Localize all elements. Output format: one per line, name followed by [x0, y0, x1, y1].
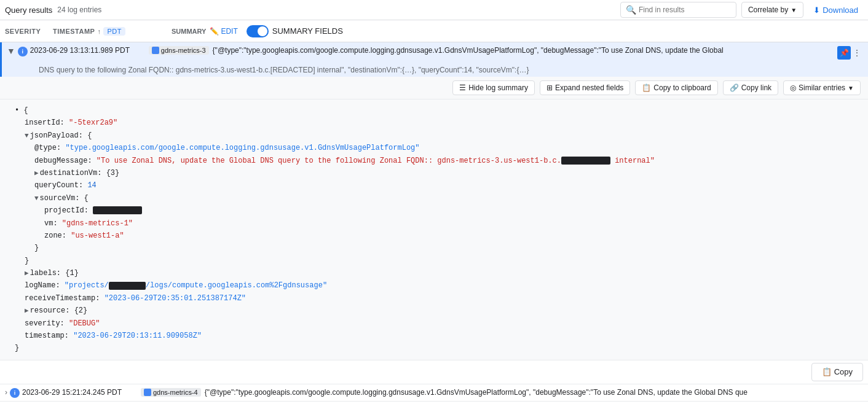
log-entries-badge: 24 log entries — [57, 6, 101, 14]
collapse-chevron-icon[interactable]: ▼ — [7, 46, 15, 56]
json-payload-arrow[interactable]: ▼ — [25, 132, 29, 139]
expand-nested-icon: ⊞ — [546, 84, 553, 92]
json-projectId: projectId: — [15, 204, 858, 217]
similar-entries-chevron-icon: ▼ — [848, 85, 854, 91]
json-timestamp: timestamp: "2023-06-29T20:13:11.909058Z" — [15, 330, 858, 342]
summary-fields-switch[interactable] — [247, 25, 269, 37]
json-labels: ▶labels: {1} — [15, 267, 858, 279]
copy-link-label: Copy link — [741, 84, 771, 92]
severity-column-header[interactable]: SEVERITY — [5, 28, 48, 35]
download-label: Download — [823, 6, 858, 15]
top-bar-left: Query results 24 log entries — [5, 6, 615, 15]
copy-link-icon: 🔗 — [730, 84, 739, 92]
hide-log-summary-label: Hide log summary — [468, 84, 528, 92]
json-logName: logName: "projects//logs/compute.googlea… — [15, 279, 858, 292]
pdt-badge[interactable]: PDT — [103, 27, 125, 36]
copy-icon: 📋 — [822, 367, 832, 376]
json-receiveTimestamp: receiveTimestamp: "2023-06-29T20:35:01.2… — [15, 292, 858, 305]
top-bar: Query results 24 log entries 🔍 Correlate… — [0, 0, 868, 20]
json-jsonPayload-close: } — [15, 255, 858, 267]
chevron-down-icon: ▼ — [791, 7, 797, 14]
json-vm: vm: "gdns-metrics-1" — [15, 217, 858, 230]
query-results-label: Query results — [5, 6, 52, 15]
find-in-results-container: 🔍 — [620, 2, 736, 18]
entry-source-tag: gdns-metrics-4 — [141, 388, 201, 397]
json-root-close: } — [15, 342, 858, 354]
entry-summary-text: {"@type":"type.googleapis.com/google.com… — [205, 388, 863, 397]
summary-fields-label: Summary fields — [272, 26, 343, 36]
similar-entries-icon: ◎ — [790, 84, 796, 92]
log-entry-row[interactable]: › i 2023-06-29 15:21:24.245 PDT gdns-met… — [0, 402, 868, 404]
sort-arrow-icon: ↑ — [97, 28, 101, 35]
summary-fields-toggle: Summary fields — [247, 25, 343, 37]
copy-button[interactable]: 📋 Copy — [811, 363, 863, 381]
search-icon: 🔍 — [626, 5, 636, 15]
expand-nested-label: Expand nested fields — [555, 84, 623, 92]
second-bar: SEVERITY TIMESTAMP ↑ PDT SUMMARY ✏️ EDIT… — [0, 20, 868, 42]
copy-toolbar: 📋 Copy — [0, 360, 868, 384]
expand-nested-fields-button[interactable]: ⊞ Expand nested fields — [540, 80, 630, 95]
expanded-entry-header[interactable]: ▼ i 2023-06-29 13:13:11.989 PDT gdns-met… — [0, 42, 868, 64]
copy-label: Copy — [834, 367, 853, 376]
json-debugMessage: debugMessage: "To use Zonal DNS, update … — [15, 155, 858, 167]
download-button[interactable]: ⬇ Download — [808, 3, 863, 17]
similar-entries-label: Similar entries — [799, 84, 845, 92]
copy-to-clipboard-button[interactable]: 📋 Copy to clipboard — [635, 80, 717, 95]
entry-timestamp: 2023-06-29 15:21:24.245 PDT — [22, 388, 136, 397]
expand-chevron-icon: › — [5, 388, 7, 397]
json-severity: severity: "DEBUG" — [15, 317, 858, 330]
json-destinationVm: ▶destinationVm: {3} — [15, 167, 858, 179]
expanded-summary-text: {"@type":"type.googleapis.com/google.com… — [213, 46, 835, 55]
json-jsonPayload-open: ▼jsonPayload: { — [15, 130, 858, 142]
summary-column-header: SUMMARY ✏️ EDIT Summary fields — [172, 25, 343, 37]
json-content: • { insertId: "-5texr2a9" ▼jsonPayload: … — [0, 99, 868, 360]
edit-button[interactable]: ✏️ EDIT — [210, 27, 237, 36]
log-entry-row[interactable]: › i 2023-06-29 15:21:24.245 PDT gdns-met… — [0, 384, 868, 402]
collapsed-entries-list: › i 2023-06-29 15:21:24.245 PDT gdns-met… — [0, 384, 868, 404]
json-zone: zone: "us-west1-a" — [15, 230, 858, 242]
edit-icon: ✏️ — [210, 27, 219, 36]
copy-clipboard-icon: 📋 — [642, 84, 651, 92]
entry-source-label: gdns-metrics-4 — [153, 389, 198, 396]
expanded-entry-header-line2: DNS query to the following Zonal FQDN:: … — [0, 64, 868, 77]
find-in-results-input[interactable] — [639, 6, 731, 14]
json-queryCount: queryCount: 14 — [15, 179, 858, 192]
json-resource-arrow[interactable]: ▶ — [25, 307, 29, 314]
log-area: ▼ i 2023-06-29 13:13:11.989 PDT gdns-met… — [0, 42, 868, 404]
top-bar-right: 🔍 Correlate by ▼ ⬇ Download — [620, 2, 863, 18]
hide-log-summary-icon: ☰ — [459, 84, 466, 92]
timestamp-column-header[interactable]: TIMESTAMP ↑ PDT — [53, 27, 167, 36]
json-attype: @type: "type.googleapis.com/google.compu… — [15, 142, 858, 154]
source-tag-icon — [152, 47, 159, 54]
json-sourceVm-close: } — [15, 242, 858, 254]
severity-icon: i — [18, 47, 28, 56]
expanded-log-entry: ▼ i 2023-06-29 13:13:11.989 PDT gdns-met… — [0, 42, 868, 360]
json-sourceVm-open: ▼sourceVm: { — [15, 192, 858, 204]
copy-to-clipboard-label: Copy to clipboard — [653, 84, 711, 92]
expanded-source-label: gdns-metrics-3 — [161, 47, 206, 54]
json-root-open: • { — [15, 104, 858, 117]
correlate-label: Correlate by — [748, 6, 788, 14]
download-icon: ⬇ — [813, 6, 820, 15]
json-resource: ▶resource: {2} — [15, 305, 858, 317]
pin-button[interactable]: 📌 — [837, 46, 851, 60]
json-insertId: insertId: "-5texr2a9" — [15, 117, 858, 129]
json-sourceVm-arrow[interactable]: ▼ — [34, 195, 39, 202]
copy-link-button[interactable]: 🔗 Copy link — [723, 80, 778, 95]
correlate-button[interactable]: Correlate by ▼ — [741, 2, 803, 18]
json-destinationVm-arrow[interactable]: ▶ — [34, 169, 39, 177]
source-tag-icon — [144, 389, 151, 396]
expanded-source-tag: gdns-metrics-3 — [149, 46, 209, 55]
severity-icon: i — [10, 388, 20, 398]
more-options-button[interactable]: ⋮ — [851, 46, 863, 60]
expanded-timestamp: 2023-06-29 13:13:11.989 PDT — [30, 46, 144, 55]
hide-log-summary-button[interactable]: ☰ Hide log summary — [452, 80, 535, 95]
similar-entries-button[interactable]: ◎ Similar entries ▼ — [783, 80, 861, 95]
json-labels-arrow[interactable]: ▶ — [25, 270, 29, 277]
expanded-summary-line2: DNS query to the following Zonal FQDN:: … — [39, 66, 529, 74]
expanded-actions-bar: ☰ Hide log summary ⊞ Expand nested field… — [0, 77, 868, 99]
